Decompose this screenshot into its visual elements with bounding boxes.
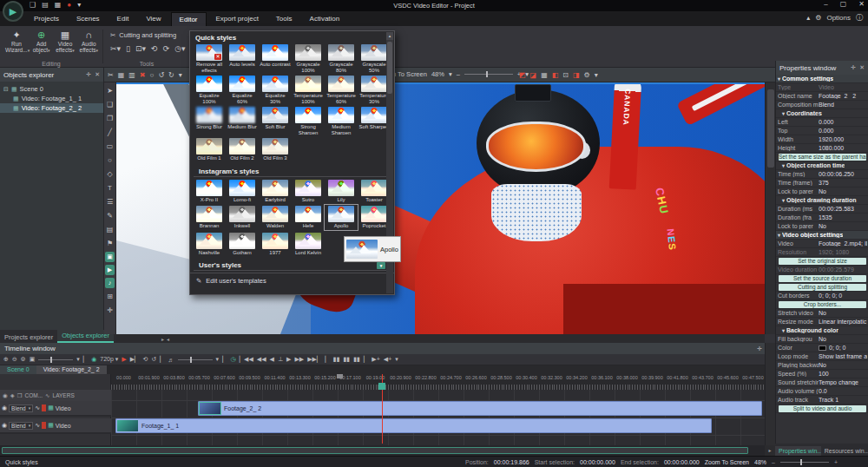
property-row[interactable]: ▾ Common settings [776, 75, 868, 83]
timeline-zoom-slider[interactable] [38, 359, 73, 360]
eye-icon[interactable]: ◉ [2, 405, 7, 411]
more-caret-icon[interactable]: ▾ [595, 71, 598, 79]
zoom-out-icon[interactable]: ⊖ [12, 356, 17, 363]
property-row[interactable]: Speed (%) 100 [776, 370, 868, 378]
frame-icon[interactable]: ▮▮ [353, 356, 360, 363]
menu-item[interactable]: Editor [171, 12, 207, 26]
zoom-minus-button[interactable]: – [772, 459, 775, 465]
property-row[interactable]: Time (frame) 375 [776, 179, 868, 187]
speaker-icon[interactable]: ♬ [168, 357, 174, 363]
line-tool-icon[interactable]: ╱ [105, 126, 115, 139]
video-effects-button[interactable]: ▦ Video effects▾ [55, 29, 75, 54]
property-value[interactable]: 1080.000 [819, 145, 867, 151]
preview-horizontal-scrollbar[interactable]: ▸ ◂ [116, 334, 765, 343]
property-value[interactable]: 00:00:25.583 [819, 206, 867, 212]
tree-item-scene[interactable]: ⊟ ▦ Scene 0 [0, 84, 103, 94]
caret-icon[interactable]: ▾ [395, 356, 398, 363]
right-panel-tab[interactable]: Properties win... [775, 446, 821, 456]
chart-tool-icon[interactable]: ▤ [105, 223, 115, 236]
property-row[interactable]: Height 1080.000 [776, 144, 868, 153]
zoom-plus-button[interactable]: + [834, 459, 838, 465]
select-icon[interactable]: ○ [150, 71, 155, 79]
property-row[interactable]: Sound stretchin Tempo change [776, 378, 868, 387]
snapshot-icon[interactable]: ▣ [30, 356, 36, 363]
property-row[interactable]: Cutting and splitting [776, 283, 868, 292]
style-item[interactable]: Equalize 60% [226, 75, 259, 104]
property-value[interactable]: 100 [819, 371, 867, 377]
property-action-button[interactable]: Set the original size [779, 258, 866, 265]
style-item[interactable]: Old Film 1 [193, 137, 226, 162]
property-action-button[interactable]: Cutting and splitting [779, 284, 866, 291]
property-row[interactable]: Type Video [776, 83, 868, 92]
explorer-tab[interactable]: Projects explorer [0, 332, 57, 343]
zoom-percent[interactable]: 48% [754, 459, 766, 465]
preview-eye-icon[interactable]: ◉ [91, 356, 96, 363]
collapse-ribbon-icon[interactable]: ▴ [806, 14, 810, 22]
property-value[interactable]: 0.000 [819, 119, 867, 125]
close-button[interactable]: ✕ [858, 0, 865, 8]
property-row[interactable]: Left 0.000 [776, 118, 868, 127]
style-item[interactable]: Temperature 100% [292, 75, 325, 104]
style-item[interactable]: Old Film 3 [259, 137, 292, 162]
style-item[interactable]: Lomo-fi [226, 179, 259, 204]
property-action-button[interactable]: Split to video and audio [779, 405, 866, 412]
zoom-slider[interactable] [780, 462, 829, 463]
selection-frame-icon[interactable]: ⊡ [562, 71, 569, 79]
lock-icon[interactable]: ◈ [10, 392, 15, 399]
style-item[interactable]: Temperature 60% [325, 75, 358, 104]
play-button[interactable]: ▶ [122, 356, 126, 363]
property-row[interactable]: Color 0; 0; 0 [776, 344, 868, 352]
property-row[interactable]: Audio track Track 1 [776, 396, 868, 405]
close-icon[interactable]: ✕ [95, 71, 100, 78]
style-item[interactable]: Lord Kelvin [292, 232, 325, 257]
blend-mode-select[interactable]: Blend▾ [9, 405, 33, 412]
movement-tool-icon[interactable]: ✛ [105, 304, 115, 317]
add-audio-icon[interactable]: ♪ [105, 278, 115, 288]
trim-start-icon[interactable]: ▦ [118, 71, 125, 79]
property-row[interactable]: Fill backgrou No [776, 335, 868, 344]
property-row[interactable]: ▾ Coordinates [776, 109, 868, 118]
menu-item[interactable]: Export project [208, 12, 266, 25]
style-item[interactable]: Nashville [193, 232, 226, 257]
property-value[interactable]: 1535 [819, 214, 867, 220]
volume-slider[interactable] [178, 359, 213, 360]
property-row[interactable]: Video Footage_2.mp4; ID [776, 240, 868, 248]
selection-out-icon[interactable]: ◀+ [384, 356, 391, 363]
options-button[interactable]: Options [826, 14, 851, 22]
expander-icon[interactable]: ▾ [778, 232, 780, 238]
cut-icon[interactable]: ✂ [108, 71, 114, 79]
pause-icon[interactable]: ▮▮ [333, 356, 340, 363]
tree-item-video[interactable]: ▦ Video: Footage_1_ 1 [0, 94, 103, 103]
property-row[interactable]: Resolution 1920; 1080 [776, 248, 868, 257]
maximize-button[interactable]: ▢ [840, 0, 847, 8]
blend-mode-select[interactable]: Blend▾ [9, 422, 33, 430]
timeline-tab-scene[interactable]: Scene 0 [0, 365, 36, 374]
property-action-button[interactable]: Set the same size as the parent has [779, 154, 866, 161]
style-item[interactable]: Inkwell [226, 205, 259, 230]
pointer-tool-icon[interactable]: ➤ [105, 84, 115, 97]
timeline-horizontal-scrollbar[interactable] [0, 445, 765, 456]
cut-tool-icon[interactable]: ✂▾ [110, 44, 121, 53]
separator[interactable]: ▏ [83, 356, 88, 363]
crop-tool-icon[interactable]: ⊡▾ [135, 44, 146, 53]
style-item[interactable]: Medium Sharpen [325, 106, 358, 135]
style-item[interactable]: Auto contrast [259, 43, 292, 73]
rectangle-tool-icon[interactable]: ▭ [105, 140, 115, 153]
style-item[interactable]: X-Pro II [193, 179, 226, 204]
diagram-tool-icon[interactable]: ⊞ [105, 290, 115, 303]
timeline-scroll-arrow[interactable]: ▸ [765, 445, 775, 456]
property-row[interactable]: Stretch video No [776, 309, 868, 318]
counter-tool-icon[interactable]: ⚑ [105, 237, 115, 250]
set-cursor-icon[interactable]: ⊥ [278, 356, 283, 363]
scroll-left-icon[interactable]: ▸ [161, 336, 164, 342]
timeline-vertical-scrollbar[interactable] [765, 343, 775, 445]
property-value[interactable]: 00:00:25.579 [819, 266, 867, 273]
timeline-cursor-marker[interactable] [378, 383, 385, 390]
property-row[interactable]: Resize mode Linear interpolatic [776, 318, 868, 326]
copy-icon[interactable]: ❐ [17, 392, 23, 399]
timeline-track-area[interactable]: Footage_2_ 2 Footage_1_ 1 [111, 390, 765, 445]
run-wizard-button[interactable]: ✦ Run Wizard...▾ [5, 29, 28, 54]
next-frame-icon[interactable]: ▶▶ [294, 356, 304, 363]
property-row[interactable]: Duration (ms 00:00:25.583 [776, 205, 868, 214]
prev-frame-icon[interactable]: ◀◀ [257, 356, 266, 363]
